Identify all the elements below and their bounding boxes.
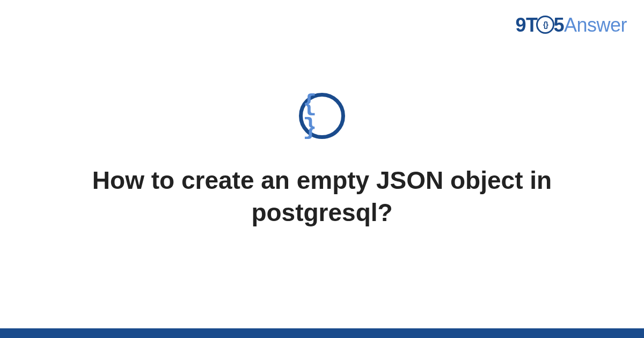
footer-bar — [0, 328, 644, 338]
question-title: How to create an empty JSON object in po… — [80, 165, 564, 229]
braces-glyph: { } — [303, 92, 341, 139]
main-content: { } How to create an empty JSON object i… — [0, 0, 644, 338]
json-braces-icon: { } — [299, 93, 345, 139]
